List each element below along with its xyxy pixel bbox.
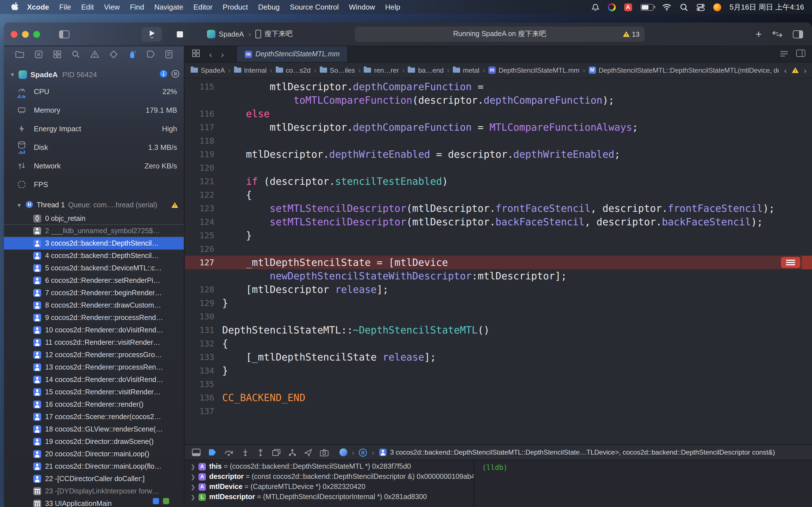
memory-graph-button[interactable] [288, 448, 297, 457]
hide-debug-area-button[interactable] [192, 448, 201, 456]
breadcrumb-item-6[interactable]: metal [453, 66, 479, 74]
menu-item-find[interactable]: Find [125, 3, 149, 11]
navigator-tab-reports-icon[interactable] [165, 50, 172, 58]
simulate-location-button[interactable] [304, 448, 312, 457]
screenshot-button[interactable] [320, 449, 329, 456]
stack-frame-row[interactable]: 0 objc_retain [4, 212, 184, 225]
gauge-disk[interactable]: Disk1.3 MB/s [4, 138, 184, 157]
stack-frame-row[interactable]: 20 cocos2d::Director::mainLoop() [4, 448, 184, 460]
apple-menu[interactable] [8, 2, 22, 12]
step-over-button[interactable] [224, 448, 234, 456]
next-issue-icon[interactable]: › [804, 66, 806, 75]
scheme-name[interactable]: SpadeA [219, 30, 244, 38]
battery-icon[interactable] [641, 4, 654, 10]
run-button[interactable] [142, 27, 162, 41]
thread-indicator-badge[interactable] [781, 257, 800, 268]
related-items-icon[interactable] [187, 49, 205, 59]
stack-frame-row[interactable]: 6 cocos2d::Renderer::setRenderPi… [4, 274, 184, 287]
stack-frame-row[interactable]: 22 -[CCDirectorCaller doCaller:] [4, 473, 184, 485]
menu-item-help[interactable]: Help [380, 3, 405, 11]
filter-status-icon[interactable] [163, 498, 169, 504]
gauge-memory[interactable]: Memory179.1 MB [4, 101, 184, 119]
menubar-clock[interactable]: 5月16日 周日 上午4:16 [730, 2, 804, 12]
menu-item-edit[interactable]: Edit [76, 3, 99, 11]
console-view[interactable]: (lldb) [474, 460, 812, 507]
breadcrumb-item-5[interactable]: ba…end [408, 66, 444, 74]
gauge-cpu[interactable]: CPU22% [4, 82, 184, 101]
pause-process-icon[interactable] [171, 69, 179, 79]
variable-row[interactable]: ❯Adescriptor = (const cocos2d::backend::… [185, 471, 474, 482]
info-icon[interactable] [160, 69, 167, 79]
gauge-network[interactable]: NetworkZero KB/s [4, 157, 184, 175]
navigator-tab-debug-icon[interactable] [128, 50, 137, 58]
menu-item-window[interactable]: Window [344, 3, 380, 11]
back-button[interactable]: ‹ [205, 49, 216, 59]
add-editor-icon[interactable] [796, 49, 805, 59]
disclosure-chevron-icon[interactable]: ❯ [191, 463, 195, 469]
stack-frame-row[interactable]: 2 ___lldb_unnamed_symbol2725$… [4, 225, 184, 237]
navigator-tab-tests-icon[interactable] [109, 50, 118, 58]
forward-button[interactable]: › [216, 49, 229, 59]
stack-frame-row[interactable]: 19 cocos2d::Director::drawScene() [4, 436, 184, 448]
editor-tab[interactable]: m DepthStencilStateMTL.mm [236, 46, 348, 62]
breadcrumb-item-7[interactable]: mDepthStencilStateMTL.mm [488, 66, 579, 74]
spotlight-icon[interactable] [680, 3, 688, 11]
disclosure-chevron-icon[interactable]: ▾ [10, 71, 15, 78]
stack-frame-row[interactable]: 14 cocos2d::Renderer::doVisitRend… [4, 374, 184, 386]
step-into-button[interactable] [241, 448, 249, 457]
menu-item-editor[interactable]: Editor [188, 3, 218, 11]
variable-row[interactable]: ❯LmtlDescriptor = (MTLDepthStencilDescri… [185, 492, 474, 502]
disclosure-chevron-icon[interactable]: ▾ [16, 202, 22, 209]
navigator-tab-find-icon[interactable] [71, 50, 80, 58]
breadcrumb-item-0[interactable]: SpadeA [191, 66, 225, 74]
stack-frame-row[interactable]: 7 cocos2d::Renderer::beginRender… [4, 287, 184, 299]
thread-header[interactable]: ▾ Thread 1 Queue: com….hread (serial) [4, 199, 184, 211]
breadcrumb-item-1[interactable]: Internal [234, 66, 266, 74]
variable-row[interactable]: ❯AmtlDevice = (CaptureMTLDevice *) 0x282… [185, 482, 474, 492]
creative-cloud-icon[interactable] [608, 3, 616, 11]
view-hierarchy-button[interactable] [272, 448, 281, 456]
menu-item-debug[interactable]: Debug [253, 3, 285, 11]
navigator-tab-project-icon[interactable] [15, 50, 24, 58]
menu-item-view[interactable]: View [99, 3, 125, 11]
stack-frame-row[interactable]: 23 -[DYDisplayLinkInterposer forw… [4, 485, 184, 497]
stack-frame-row[interactable]: 4 cocos2d::backend::DepthStencil… [4, 249, 184, 262]
scheme-selector[interactable]: SpadeA › 瘦下来吧 [207, 29, 293, 39]
code-review-button[interactable] [772, 31, 783, 38]
navigator-tab-issues-icon[interactable] [90, 50, 99, 58]
paused-thread-icon[interactable] [359, 448, 367, 457]
firefox-icon[interactable] [713, 3, 721, 11]
navigator-tab-source-control-icon[interactable] [35, 50, 43, 58]
menu-item-product[interactable]: Product [218, 3, 253, 11]
navigator-toggle-button[interactable] [59, 30, 69, 38]
previous-issue-icon[interactable]: ‹ [784, 66, 786, 75]
gauge-energy-impact[interactable]: Energy ImpactHigh [4, 119, 184, 138]
stack-frame-row[interactable]: 17 cocos2d::Scene::render(cocos2… [4, 411, 184, 423]
breadcrumb-item-2[interactable]: co…s2d [275, 66, 310, 74]
stack-frame-row[interactable]: 21 cocos2d::Director::mainLoop(flo… [4, 460, 184, 473]
stack-frame-row[interactable]: 3 cocos2d::backend::DepthStencil… [4, 237, 184, 249]
wifi-icon[interactable] [662, 3, 672, 11]
menu-item-file[interactable]: File [54, 3, 76, 11]
process-header[interactable]: ▾ SpadeA PID 56424 [4, 69, 184, 80]
disclosure-chevron-icon[interactable]: ❯ [191, 473, 195, 480]
menu-item-navigate[interactable]: Navigate [149, 3, 188, 11]
stack-frame-row[interactable]: 12 cocos2d::Renderer::processGro… [4, 349, 184, 361]
stack-frame-row[interactable]: 8 cocos2d::Renderer::drawCustom… [4, 299, 184, 312]
process-app-icon[interactable] [340, 448, 347, 456]
notifications-icon[interactable] [592, 3, 599, 11]
app-a-icon[interactable]: A [624, 3, 632, 11]
source-editor[interactable]: 115 mtlDescriptor.depthCompareFunction =… [185, 78, 812, 445]
disclosure-chevron-icon[interactable]: ❯ [191, 494, 195, 500]
stack-frame-row[interactable]: 11 cocos2d::Renderer::visitRender… [4, 336, 184, 349]
step-out-button[interactable] [257, 448, 264, 457]
zoom-window-button[interactable] [33, 31, 40, 38]
stack-frame-row[interactable]: 16 cocos2d::Renderer::render() [4, 398, 184, 411]
stack-frame-row[interactable]: 9 cocos2d::Renderer::processRend… [4, 312, 184, 324]
run-destination[interactable]: 瘦下来吧 [264, 29, 293, 39]
control-center-icon[interactable] [696, 3, 705, 11]
breakpoints-toggle-button[interactable] [208, 448, 216, 456]
navigator-tab-symbols-icon[interactable] [53, 50, 61, 58]
menu-item-source-control[interactable]: Source Control [285, 3, 344, 11]
stop-button[interactable] [176, 31, 183, 38]
